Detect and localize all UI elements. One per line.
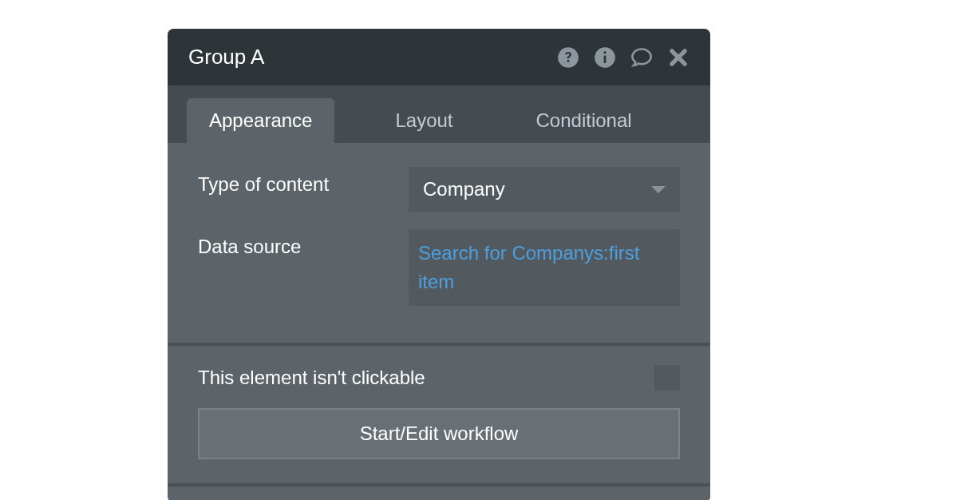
help-icon[interactable]	[557, 46, 579, 69]
property-panel: Group A Appearance Layout Conditional Ty…	[168, 29, 710, 500]
clickable-checkbox[interactable]	[654, 365, 680, 391]
tab-layout[interactable]: Layout	[373, 98, 475, 143]
type-of-content-dropdown[interactable]: Company	[409, 167, 680, 212]
bottom-spacer	[168, 486, 710, 500]
clickable-label: This element isn't clickable	[198, 367, 425, 389]
panel-title: Group A	[188, 45, 264, 69]
close-icon[interactable]	[667, 46, 690, 69]
tab-content: Type of content Company Data source Sear…	[168, 143, 710, 343]
tab-conditional[interactable]: Conditional	[514, 98, 654, 143]
tabbar: Appearance Layout Conditional	[168, 85, 710, 143]
clickable-row: This element isn't clickable	[198, 365, 680, 391]
chevron-down-icon	[651, 186, 666, 193]
svg-rect-3	[604, 51, 607, 54]
data-source-value: Search for Companys:first item	[418, 239, 670, 296]
header-icons	[557, 46, 690, 69]
type-of-content-value: Company	[423, 178, 505, 200]
data-source-label: Data source	[198, 229, 409, 258]
info-icon[interactable]	[594, 46, 616, 69]
data-source-row: Data source Search for Companys:first it…	[198, 229, 680, 306]
data-source-expression[interactable]: Search for Companys:first item	[409, 229, 680, 306]
panel-header: Group A	[168, 29, 710, 85]
type-of-content-label: Type of content	[198, 167, 409, 196]
tab-appearance[interactable]: Appearance	[187, 98, 334, 143]
start-edit-workflow-button[interactable]: Start/Edit workflow	[198, 408, 680, 459]
type-of-content-row: Type of content Company	[198, 167, 680, 212]
clickable-section: This element isn't clickable Start/Edit …	[168, 346, 710, 483]
comment-icon[interactable]	[630, 46, 653, 69]
svg-rect-2	[604, 55, 607, 62]
